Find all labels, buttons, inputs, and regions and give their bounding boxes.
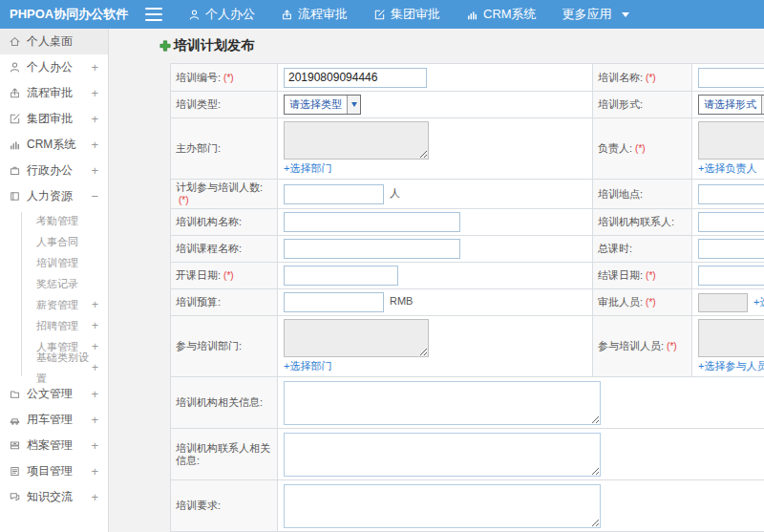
training-no-label: 培训编号: bbox=[176, 72, 221, 83]
form-row: 培训机构联系人相关信息: bbox=[171, 429, 764, 480]
expand-icon[interactable]: + bbox=[91, 138, 98, 152]
unit-rmb: RMB bbox=[390, 295, 413, 307]
planned-count-label: 计划参与培训人数: bbox=[176, 181, 263, 193]
expand-icon[interactable]: + bbox=[91, 86, 98, 100]
nav-group-approval[interactable]: 集团审批 bbox=[373, 6, 440, 23]
form-row: 培训预算: RMB 审批人员:(*) +选择审批人员 bbox=[171, 289, 764, 316]
expand-icon[interactable]: + bbox=[91, 387, 98, 401]
org-name-label: 培训机构名称: bbox=[176, 216, 242, 227]
collapse-icon[interactable]: − bbox=[91, 189, 98, 203]
training-name-label: 培训名称: bbox=[598, 72, 643, 83]
requirements-textarea[interactable] bbox=[284, 484, 601, 528]
sidebar-item-crm[interactable]: CRM系统 + bbox=[0, 132, 108, 158]
nav-workflow-approval[interactable]: 流程审批 bbox=[281, 6, 348, 23]
course-name-input[interactable] bbox=[284, 239, 460, 259]
sidebar-subitem-recruit[interactable]: 招聘管理+ bbox=[0, 315, 108, 336]
expand-icon[interactable]: + bbox=[91, 464, 98, 479]
sidebar-item-vehicles[interactable]: 用车管理 + bbox=[0, 407, 108, 433]
training-type-label: 培训类型: bbox=[176, 98, 221, 110]
approver-box[interactable] bbox=[698, 293, 748, 312]
leader-label: 负责人: bbox=[598, 142, 632, 154]
sidebar-item-knowledge[interactable]: 知识交流 + bbox=[0, 484, 108, 510]
sidebar-subitem-attendance[interactable]: 考勤管理 bbox=[0, 210, 108, 231]
expand-icon[interactable]: + bbox=[91, 60, 98, 74]
required-mark: (*) bbox=[179, 195, 189, 205]
location-input[interactable] bbox=[698, 184, 764, 204]
training-form-label: 培训形式: bbox=[598, 98, 643, 110]
sidebar-subitem-hr-contract[interactable]: 人事合同 bbox=[0, 231, 108, 252]
expand-icon[interactable]: + bbox=[92, 357, 98, 378]
org-name-input[interactable] bbox=[284, 212, 460, 232]
sidebar-subitem-base-category[interactable]: 基础类别设置+ bbox=[0, 357, 108, 378]
select-dept-link[interactable]: +选择部门 bbox=[284, 359, 331, 373]
user-icon bbox=[188, 9, 201, 21]
org-info-textarea[interactable] bbox=[284, 381, 601, 425]
unit-person: 人 bbox=[390, 187, 400, 199]
expand-icon[interactable]: + bbox=[92, 294, 98, 315]
sidebar-menu: 个人桌面 个人办公 + 流程审批 + 集团审批 + CRM系统 + 行政办公 +… bbox=[0, 29, 109, 532]
select-approver-link[interactable]: +选择审批人员 bbox=[753, 295, 764, 309]
required-mark: (*) bbox=[646, 73, 656, 83]
app-logo: PHPOA协同办公软件 bbox=[0, 6, 132, 23]
training-form-select[interactable]: 请选择形式 bbox=[698, 95, 764, 115]
nav-personal-office[interactable]: 个人办公 bbox=[188, 6, 255, 23]
end-date-input[interactable] bbox=[698, 266, 764, 286]
sidebar-item-personal-office[interactable]: 个人办公 + bbox=[0, 54, 108, 80]
expand-icon[interactable]: + bbox=[92, 336, 98, 357]
sidebar-item-group-approval[interactable]: 集团审批 + bbox=[0, 106, 108, 132]
participant-dept-box[interactable] bbox=[284, 319, 429, 357]
required-mark: (*) bbox=[646, 270, 656, 281]
org-contact-input[interactable] bbox=[698, 212, 764, 232]
form-row: 计划参与培训人数:(*) 人 培训地点: bbox=[171, 180, 764, 209]
host-dept-box[interactable] bbox=[284, 121, 429, 160]
expand-icon[interactable]: + bbox=[92, 315, 98, 336]
form-row: 参与培训部门: +选择部门 参与培训人员:(*) +选择参与人员 bbox=[171, 316, 764, 377]
sidebar-subitem-rewards[interactable]: 奖惩记录 bbox=[0, 273, 108, 294]
main-content: 培训计划发布 培训编号:(*) 培训名称:(*) 培训类型: 请选择类型 培训形… bbox=[110, 29, 764, 532]
sidebar-item-projects[interactable]: 项目管理 + bbox=[0, 458, 108, 484]
start-date-input[interactable] bbox=[284, 266, 398, 286]
budget-input[interactable] bbox=[284, 292, 384, 312]
sidebar-item-hr[interactable]: 人力资源 − bbox=[0, 183, 108, 209]
archive-icon bbox=[9, 439, 21, 452]
sidebar-subitem-training[interactable]: 培训管理 bbox=[0, 252, 108, 273]
sidebar-item-archives[interactable]: 档案管理 + bbox=[0, 433, 108, 458]
planned-count-input[interactable] bbox=[284, 184, 384, 204]
org-contact-info-textarea[interactable] bbox=[284, 433, 601, 477]
participants-box[interactable] bbox=[698, 319, 764, 357]
select-participants-link[interactable]: +选择参与人员 bbox=[698, 359, 764, 373]
form-row: 主办部门: +选择部门 负责人:(*) +选择负责人 bbox=[171, 118, 764, 180]
bar-chart-icon bbox=[9, 138, 21, 151]
folder-icon bbox=[9, 388, 21, 400]
caret-down-icon bbox=[622, 12, 629, 17]
end-date-label: 结课日期: bbox=[598, 269, 643, 281]
total-hours-input[interactable] bbox=[698, 239, 764, 259]
expand-icon[interactable]: + bbox=[91, 163, 98, 178]
org-contact-info-label: 培训机构联系人相关信息: bbox=[176, 442, 270, 466]
training-no-input[interactable] bbox=[284, 68, 427, 88]
training-type-select[interactable]: 请选择类型 bbox=[284, 95, 361, 115]
location-label: 培训地点: bbox=[598, 188, 643, 200]
top-navbar: PHPOA协同办公软件 个人办公 流程审批 集团审批 CRM系统 更多应用 bbox=[0, 0, 764, 29]
select-dept-link[interactable]: +选择部门 bbox=[284, 161, 331, 176]
page-title: 培训计划发布 bbox=[159, 37, 254, 54]
sidebar-item-personal-desktop[interactable]: 个人桌面 bbox=[0, 29, 108, 54]
training-name-input[interactable] bbox=[698, 68, 764, 88]
sidebar-item-workflow-approval[interactable]: 流程审批 + bbox=[0, 80, 108, 106]
leader-box[interactable] bbox=[698, 121, 764, 160]
nav-label: 集团审批 bbox=[391, 6, 440, 23]
required-mark: (*) bbox=[646, 297, 656, 308]
host-dept-label: 主办部门: bbox=[176, 142, 221, 154]
nav-crm-system[interactable]: CRM系统 bbox=[466, 6, 537, 23]
sidebar-item-admin-office[interactable]: 行政办公 + bbox=[0, 158, 108, 183]
expand-icon[interactable]: + bbox=[91, 490, 98, 504]
nav-label: 更多应用 bbox=[562, 6, 612, 23]
expand-icon[interactable]: + bbox=[91, 112, 98, 126]
select-leader-link[interactable]: +选择负责人 bbox=[698, 161, 756, 176]
menu-toggle-icon[interactable] bbox=[145, 8, 162, 21]
course-name-label: 培训课程名称: bbox=[176, 243, 242, 254]
sidebar-subitem-salary[interactable]: 薪资管理+ bbox=[0, 294, 108, 315]
nav-more-apps[interactable]: 更多应用 bbox=[562, 6, 629, 23]
expand-icon[interactable]: + bbox=[91, 413, 98, 427]
expand-icon[interactable]: + bbox=[91, 438, 98, 453]
